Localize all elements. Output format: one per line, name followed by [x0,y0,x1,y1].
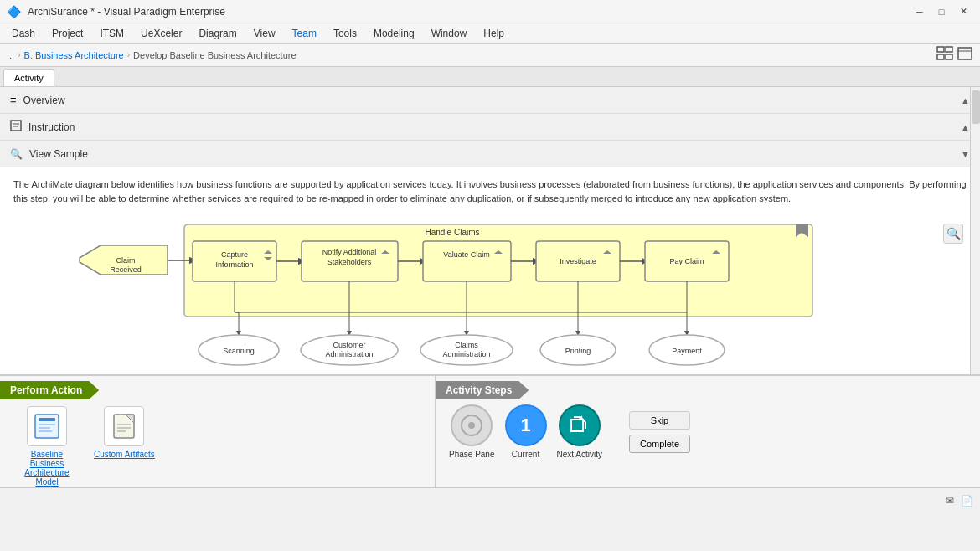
instruction-title: Instruction [28,121,954,133]
zoom-button[interactable]: 🔍 [943,224,963,244]
menu-dash[interactable]: Dash [3,26,44,41]
svg-rect-65 [39,418,55,421]
view-sample-icon: 🔍 [10,148,23,160]
breadcrumb-icon-1[interactable] [936,46,953,64]
menu-diagram[interactable]: Diagram [190,26,245,41]
phase-pane-label: Phase Pane [449,450,495,459]
svg-text:Pay Claim: Pay Claim [669,257,704,265]
next-activity-circle [559,404,601,446]
menu-help[interactable]: Help [475,26,513,41]
instruction-icon [10,120,22,134]
steps-container: Phase Pane 1 Current Next A [436,399,980,464]
app-icon: 🔷 [7,5,21,18]
action-baseline-model[interactable]: Baseline Business Architecture Model [13,406,80,487]
svg-rect-76 [571,420,583,431]
svg-text:Payment: Payment [672,347,702,355]
tab-activity[interactable]: Activity [3,69,54,86]
breadcrumb-current: Develop Baseline Business Architecture [133,50,296,60]
svg-rect-6 [11,121,21,131]
svg-text:Information: Information [215,260,253,269]
right-scrollbar[interactable] [970,87,980,374]
custom-artifacts-icon [104,406,144,446]
activity-steps-section: Activity Steps Phase Pane 1 Current [436,376,980,487]
svg-text:Printing: Printing [565,347,591,355]
breadcrumb-actions [936,46,973,64]
maximize-button[interactable]: □ [931,3,952,20]
svg-text:Customer: Customer [333,341,365,349]
menu-team[interactable]: Team [284,26,325,41]
current-label: Current [512,450,539,459]
svg-text:Claims: Claims [455,341,478,349]
main-content: ≡ Overview ▲ Instruction ▲ 🔍 View Sample… [0,87,980,374]
svg-text:Stakeholders: Stakeholders [328,258,372,266]
svg-rect-0 [937,47,944,52]
view-sample-chevron: ▼ [961,149,970,159]
svg-rect-66 [39,424,55,425]
baseline-model-icon [27,406,67,446]
instruction-chevron: ▲ [961,122,970,132]
scrollbar-thumb [972,90,980,124]
step-buttons: Skip Complete [629,411,690,453]
svg-text:Scanning: Scanning [223,347,255,355]
group-label: Handle Claims [425,228,479,237]
menu-bar: Dash Project ITSM UeXceler Diagram View … [0,23,980,44]
activity-steps-header: Activity Steps [436,381,529,399]
svg-text:Claim: Claim [116,256,135,265]
minimize-button[interactable]: ─ [910,3,930,20]
menu-project[interactable]: Project [44,26,91,41]
overview-chevron: ▲ [961,95,970,106]
action-items: Baseline Business Architecture Model Cus… [0,399,435,493]
svg-text:Capture: Capture [221,250,248,259]
perform-action-header: Perform Action [0,381,99,399]
svg-text:Investigate: Investigate [560,257,596,265]
svg-text:Notify Additional: Notify Additional [322,248,377,256]
perform-action-section: Perform Action Baseline Business Archite… [0,376,436,487]
menu-window[interactable]: Window [423,26,476,41]
breadcrumb-sep-1: › [18,50,20,59]
svg-rect-3 [946,54,952,59]
svg-rect-68 [39,430,52,432]
menu-view[interactable]: View [245,26,284,41]
svg-text:Received: Received [110,265,142,274]
overview-title: Overview [23,95,955,106]
custom-artifacts-label[interactable]: Custom Artifacts [94,450,155,459]
svg-text:Valuate Claim: Valuate Claim [443,250,489,259]
file-icon[interactable]: 📄 [961,495,973,507]
section-instruction[interactable]: Instruction ▲ [0,114,980,141]
menu-modeling[interactable]: Modeling [365,26,423,41]
section-view-sample[interactable]: 🔍 View Sample ▼ [0,141,980,167]
menu-itsm[interactable]: ITSM [91,26,132,41]
svg-rect-67 [39,427,50,429]
current-circle: 1 [505,404,547,446]
breadcrumb-business-arch[interactable]: B. Business Architecture [24,50,124,60]
step-current[interactable]: 1 Current [505,404,547,459]
step-next-activity[interactable]: Next Activity [557,404,602,459]
menu-tools[interactable]: Tools [325,26,365,41]
bottom-panel: Perform Action Baseline Business Archite… [0,374,980,487]
complete-button[interactable]: Complete [629,435,690,453]
sample-text: The ArchiMate diagram below identifies h… [13,178,967,205]
svg-rect-26 [423,241,511,281]
svg-point-75 [468,422,475,429]
menu-uexceler[interactable]: UeXceler [132,26,190,41]
email-icon[interactable]: ✉ [946,495,954,507]
tab-bar: Activity [0,67,980,87]
breadcrumb-ellipsis[interactable]: ... [7,50,14,60]
baseline-model-label[interactable]: Baseline Business Architecture Model [13,450,80,487]
breadcrumb-sep-2: › [127,50,130,59]
svg-rect-1 [946,47,952,52]
section-overview[interactable]: ≡ Overview ▲ [0,87,980,114]
overview-icon: ≡ [10,94,17,106]
next-activity-label: Next Activity [557,450,602,459]
close-button[interactable]: ✕ [953,3,973,20]
svg-rect-2 [937,54,944,59]
svg-text:Administration: Administration [325,350,373,358]
breadcrumb-icon-2[interactable] [957,46,973,64]
window-controls: ─ □ ✕ [910,3,973,20]
skip-button[interactable]: Skip [629,411,690,430]
step-phase-pane[interactable]: Phase Pane [449,404,495,459]
archimate-diagram: Handle Claims Claim Received Capture Inf… [25,220,905,374]
action-custom-artifacts[interactable]: Custom Artifacts [94,406,155,459]
phase-pane-circle [451,404,493,446]
svg-rect-4 [958,48,972,59]
